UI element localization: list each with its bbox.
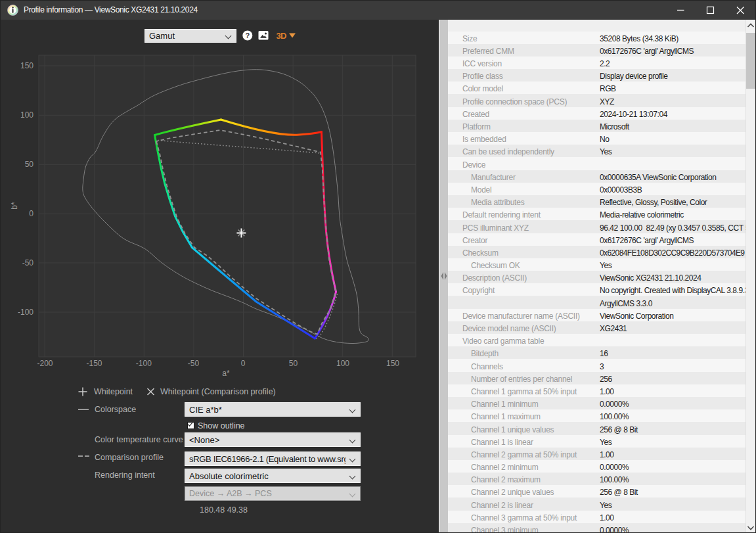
svg-text:-50: -50 [188,359,200,368]
svg-text:-100: -100 [136,359,152,368]
svg-text:3D: 3D [277,31,286,41]
svg-text:0: 0 [241,359,246,368]
svg-text:-150: -150 [86,359,102,368]
svg-text:0: 0 [29,209,33,218]
svg-text:a*: a* [222,369,230,378]
svg-text:-200: -200 [37,359,53,368]
svg-text:50: 50 [289,359,298,368]
svg-text:b*: b* [10,202,19,210]
svg-text:?: ? [245,32,250,39]
svg-text:150: 150 [20,61,33,70]
svg-text:100: 100 [20,110,33,120]
svg-text:50: 50 [25,160,34,169]
svg-text:-100: -100 [18,308,33,317]
svg-text:100: 100 [336,359,349,368]
svg-text:150: 150 [386,359,399,368]
svg-text:-50: -50 [22,258,34,267]
